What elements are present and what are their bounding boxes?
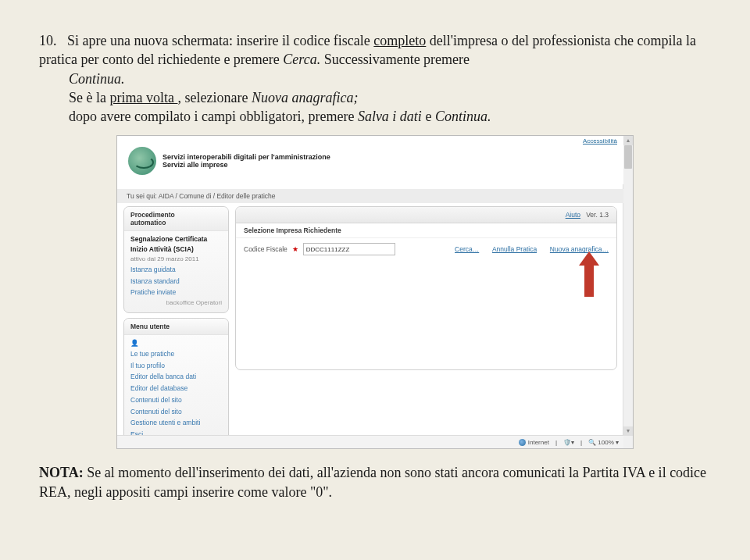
nota-text: Se al momento dell'inserimento dei dati,… <box>39 465 706 499</box>
sidebar-item[interactable]: Istanza standard <box>130 276 222 287</box>
menu-item[interactable]: Le tue pratiche <box>130 348 222 360</box>
nota-paragraph: NOTA: Se al momento dell'inserimento dei… <box>39 463 711 501</box>
sidebar-backoffice[interactable]: backoffice Operatori <box>130 298 222 308</box>
brand-logo: Servizi interoperabili digitali per l'am… <box>128 147 330 175</box>
section-row: Selezione Impresa Richiedente <box>236 223 616 238</box>
menu-item[interactable]: Editor della banca dati <box>130 371 222 383</box>
scroll-up-icon[interactable]: ▴ <box>623 136 633 145</box>
status-sep: | <box>555 439 557 446</box>
embedded-screenshot: ▴ ▾ Accessibilità Servizi interoperabili… <box>116 135 634 449</box>
sidebar-item[interactable]: Istanza guidata <box>130 264 222 276</box>
sidebar-box-procedimento: Procedimento automatico Segnalazione Cer… <box>123 206 229 313</box>
sidebar-item[interactable]: Pratiche inviate <box>130 287 222 298</box>
accessibility-link[interactable]: Accessibilità <box>583 137 617 144</box>
scroll-down-icon[interactable]: ▾ <box>623 426 633 436</box>
breadcrumb: Tu sei qui: AIDA / Comune di / Editor de… <box>117 189 623 203</box>
sidebar: Procedimento automatico Segnalazione Cer… <box>123 206 229 436</box>
cf-label: Codice Fiscale <box>244 245 288 253</box>
annulla-link[interactable]: Annulla Pratica <box>492 245 537 253</box>
brand-text: Servizi interoperabili digitali per l'am… <box>162 153 330 170</box>
form-row: Codice Fiscale ★ Cerca… Annulla Pratica … <box>236 238 616 260</box>
codice-fiscale-input[interactable] <box>303 243 395 255</box>
logo-icon <box>128 147 156 175</box>
scroll-thumb[interactable] <box>624 145 632 169</box>
content-body: Procedimento automatico Segnalazione Cer… <box>117 206 623 436</box>
main-panel: Aiuto Ver. 1.3 Selezione Impresa Richied… <box>235 206 617 436</box>
cerca-link[interactable]: Cerca… <box>455 245 479 253</box>
header-area: Accessibilità Servizi interoperabili dig… <box>117 136 623 184</box>
sidebar-box-menu: Menu utente 👤 Le tue pratiche Il tuo pro… <box>123 318 229 446</box>
sidebar-date: attivo dal 29 marzo 2011 <box>130 255 222 264</box>
zoom-label[interactable]: 🔍 100% ▾ <box>588 439 619 446</box>
menu-item[interactable]: Gestione utenti e ambiti <box>130 417 222 429</box>
menu-item[interactable]: Editor del database <box>130 383 222 394</box>
menu-item[interactable]: Contenuti del sito <box>130 406 222 418</box>
sidebar-scia-label: Segnalazione Certificata Inizio Attività… <box>130 235 207 253</box>
vertical-scrollbar[interactable]: ▴ ▾ <box>623 136 633 448</box>
internet-zone: Internet <box>519 439 549 446</box>
sidebar-header: Menu utente <box>124 319 228 335</box>
status-bar: Internet | 🛡️▾ | 🔍 100% ▾ <box>117 435 623 448</box>
protected-mode-icon: 🛡️▾ <box>563 439 574 446</box>
main-table: Aiuto Ver. 1.3 Selezione Impresa Richied… <box>235 206 617 370</box>
instruction-paragraph: 10.Si apre una nuova schermata: inserire… <box>39 31 711 126</box>
nota-lead: NOTA: <box>39 465 84 480</box>
callout-arrow-icon <box>581 251 598 298</box>
menu-item[interactable]: Contenuti del sito <box>130 394 222 406</box>
table-header: Aiuto Ver. 1.3 <box>236 207 616 223</box>
status-sep: | <box>580 439 582 446</box>
help-link[interactable]: Aiuto <box>566 211 580 219</box>
menu-item[interactable]: Il tuo profilo <box>130 360 222 372</box>
globe-icon <box>519 439 526 446</box>
list-number: 10. <box>39 31 67 50</box>
version-label: Ver. 1.3 <box>586 211 609 219</box>
sidebar-header: Procedimento automatico <box>124 207 228 231</box>
